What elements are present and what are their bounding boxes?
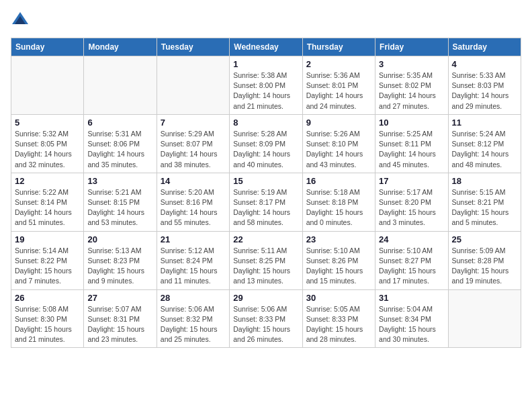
header-saturday: Saturday xyxy=(448,38,521,56)
day-number: 23 xyxy=(306,234,371,244)
day-info: Sunrise: 5:17 AM Sunset: 8:20 PM Dayligh… xyxy=(379,187,444,228)
day-number: 16 xyxy=(306,176,371,186)
day-info: Sunrise: 5:18 AM Sunset: 8:18 PM Dayligh… xyxy=(306,187,371,228)
day-number: 4 xyxy=(452,59,517,69)
calendar-cell: 11Sunrise: 5:24 AM Sunset: 8:12 PM Dayli… xyxy=(448,114,521,173)
day-number: 7 xyxy=(161,118,226,128)
calendar-cell: 3Sunrise: 5:35 AM Sunset: 8:02 PM Daylig… xyxy=(375,56,448,115)
calendar-cell: 14Sunrise: 5:20 AM Sunset: 8:16 PM Dayli… xyxy=(157,173,229,231)
day-number: 14 xyxy=(161,176,226,186)
calendar-cell: 29Sunrise: 5:06 AM Sunset: 8:33 PM Dayli… xyxy=(230,289,302,348)
day-info: Sunrise: 5:36 AM Sunset: 8:01 PM Dayligh… xyxy=(306,71,371,111)
calendar-cell: 15Sunrise: 5:19 AM Sunset: 8:17 PM Dayli… xyxy=(230,173,302,231)
day-info: Sunrise: 5:13 AM Sunset: 8:23 PM Dayligh… xyxy=(87,246,152,287)
day-info: Sunrise: 5:14 AM Sunset: 8:22 PM Dayligh… xyxy=(15,246,80,287)
calendar-cell: 18Sunrise: 5:15 AM Sunset: 8:21 PM Dayli… xyxy=(448,173,521,231)
calendar-week-3: 12Sunrise: 5:22 AM Sunset: 8:14 PM Dayli… xyxy=(11,173,521,231)
header-sunday: Sunday xyxy=(11,38,84,56)
calendar-cell xyxy=(84,56,157,115)
day-info: Sunrise: 5:29 AM Sunset: 8:07 PM Dayligh… xyxy=(161,129,226,170)
calendar-cell xyxy=(11,56,84,115)
day-info: Sunrise: 5:25 AM Sunset: 8:11 PM Dayligh… xyxy=(379,129,444,170)
calendar-cell: 13Sunrise: 5:21 AM Sunset: 8:15 PM Dayli… xyxy=(84,173,157,231)
header-monday: Monday xyxy=(84,38,157,56)
day-number: 24 xyxy=(379,234,444,244)
day-number: 31 xyxy=(379,293,444,303)
calendar-cell: 1Sunrise: 5:38 AM Sunset: 8:00 PM Daylig… xyxy=(230,56,302,115)
day-number: 19 xyxy=(15,234,80,244)
day-number: 25 xyxy=(452,234,517,244)
calendar-cell: 9Sunrise: 5:26 AM Sunset: 8:10 PM Daylig… xyxy=(302,114,375,173)
day-number: 27 xyxy=(87,293,152,303)
day-number: 3 xyxy=(379,59,444,69)
day-info: Sunrise: 5:10 AM Sunset: 8:26 PM Dayligh… xyxy=(306,246,371,287)
calendar-cell xyxy=(157,56,229,115)
calendar-cell: 5Sunrise: 5:32 AM Sunset: 8:05 PM Daylig… xyxy=(11,114,84,173)
header-thursday: Thursday xyxy=(302,38,375,56)
day-number: 20 xyxy=(87,234,152,244)
day-number: 26 xyxy=(15,293,80,303)
day-info: Sunrise: 5:26 AM Sunset: 8:10 PM Dayligh… xyxy=(306,129,371,170)
calendar-week-1: 1Sunrise: 5:38 AM Sunset: 8:00 PM Daylig… xyxy=(11,56,521,115)
header-tuesday: Tuesday xyxy=(157,38,229,56)
page-header xyxy=(11,11,521,30)
day-number: 13 xyxy=(87,176,152,186)
day-number: 1 xyxy=(233,59,298,69)
day-info: Sunrise: 5:08 AM Sunset: 8:30 PM Dayligh… xyxy=(15,304,80,345)
day-info: Sunrise: 5:24 AM Sunset: 8:12 PM Dayligh… xyxy=(452,129,517,170)
calendar-cell: 30Sunrise: 5:05 AM Sunset: 8:33 PM Dayli… xyxy=(302,289,375,348)
day-info: Sunrise: 5:22 AM Sunset: 8:14 PM Dayligh… xyxy=(15,187,80,228)
day-number: 10 xyxy=(379,118,444,128)
calendar-cell: 16Sunrise: 5:18 AM Sunset: 8:18 PM Dayli… xyxy=(302,173,375,231)
day-number: 15 xyxy=(233,176,298,186)
calendar-cell: 2Sunrise: 5:36 AM Sunset: 8:01 PM Daylig… xyxy=(302,56,375,115)
calendar-cell: 22Sunrise: 5:11 AM Sunset: 8:25 PM Dayli… xyxy=(230,231,302,289)
calendar-cell: 27Sunrise: 5:07 AM Sunset: 8:31 PM Dayli… xyxy=(84,289,157,348)
calendar-cell: 6Sunrise: 5:31 AM Sunset: 8:06 PM Daylig… xyxy=(84,114,157,173)
calendar-cell: 10Sunrise: 5:25 AM Sunset: 8:11 PM Dayli… xyxy=(375,114,448,173)
calendar-cell: 28Sunrise: 5:06 AM Sunset: 8:32 PM Dayli… xyxy=(157,289,229,348)
calendar-week-2: 5Sunrise: 5:32 AM Sunset: 8:05 PM Daylig… xyxy=(11,114,521,173)
calendar-cell: 21Sunrise: 5:12 AM Sunset: 8:24 PM Dayli… xyxy=(157,231,229,289)
day-info: Sunrise: 5:21 AM Sunset: 8:15 PM Dayligh… xyxy=(87,187,152,228)
day-number: 18 xyxy=(452,176,517,186)
day-info: Sunrise: 5:35 AM Sunset: 8:02 PM Dayligh… xyxy=(379,71,444,111)
day-number: 5 xyxy=(15,118,80,128)
calendar-week-4: 19Sunrise: 5:14 AM Sunset: 8:22 PM Dayli… xyxy=(11,231,521,289)
day-info: Sunrise: 5:07 AM Sunset: 8:31 PM Dayligh… xyxy=(87,304,152,345)
day-info: Sunrise: 5:05 AM Sunset: 8:33 PM Dayligh… xyxy=(306,304,371,345)
day-info: Sunrise: 5:04 AM Sunset: 8:34 PM Dayligh… xyxy=(379,304,444,345)
day-info: Sunrise: 5:12 AM Sunset: 8:24 PM Dayligh… xyxy=(161,246,226,287)
calendar-cell: 24Sunrise: 5:10 AM Sunset: 8:27 PM Dayli… xyxy=(375,231,448,289)
calendar-cell: 19Sunrise: 5:14 AM Sunset: 8:22 PM Dayli… xyxy=(11,231,84,289)
calendar-cell: 8Sunrise: 5:28 AM Sunset: 8:09 PM Daylig… xyxy=(230,114,302,173)
calendar-cell: 25Sunrise: 5:09 AM Sunset: 8:28 PM Dayli… xyxy=(448,231,521,289)
day-info: Sunrise: 5:11 AM Sunset: 8:25 PM Dayligh… xyxy=(233,246,298,287)
day-number: 21 xyxy=(161,234,226,244)
day-info: Sunrise: 5:33 AM Sunset: 8:03 PM Dayligh… xyxy=(452,71,517,111)
day-info: Sunrise: 5:38 AM Sunset: 8:00 PM Dayligh… xyxy=(233,71,298,111)
logo xyxy=(11,11,32,30)
day-info: Sunrise: 5:09 AM Sunset: 8:28 PM Dayligh… xyxy=(452,246,517,287)
header-wednesday: Wednesday xyxy=(230,38,302,56)
calendar-cell: 12Sunrise: 5:22 AM Sunset: 8:14 PM Dayli… xyxy=(11,173,84,231)
calendar-cell: 20Sunrise: 5:13 AM Sunset: 8:23 PM Dayli… xyxy=(84,231,157,289)
day-info: Sunrise: 5:28 AM Sunset: 8:09 PM Dayligh… xyxy=(233,129,298,170)
day-number: 12 xyxy=(15,176,80,186)
day-number: 29 xyxy=(233,293,298,303)
calendar-cell: 17Sunrise: 5:17 AM Sunset: 8:20 PM Dayli… xyxy=(375,173,448,231)
day-number: 22 xyxy=(233,234,298,244)
day-number: 28 xyxy=(161,293,226,303)
calendar-cell: 4Sunrise: 5:33 AM Sunset: 8:03 PM Daylig… xyxy=(448,56,521,115)
day-info: Sunrise: 5:10 AM Sunset: 8:27 PM Dayligh… xyxy=(379,246,444,287)
day-info: Sunrise: 5:06 AM Sunset: 8:32 PM Dayligh… xyxy=(161,304,226,345)
day-info: Sunrise: 5:15 AM Sunset: 8:21 PM Dayligh… xyxy=(452,187,517,228)
day-number: 30 xyxy=(306,293,371,303)
calendar-cell: 23Sunrise: 5:10 AM Sunset: 8:26 PM Dayli… xyxy=(302,231,375,289)
day-number: 9 xyxy=(306,118,371,128)
calendar-cell: 31Sunrise: 5:04 AM Sunset: 8:34 PM Dayli… xyxy=(375,289,448,348)
day-info: Sunrise: 5:06 AM Sunset: 8:33 PM Dayligh… xyxy=(233,304,298,345)
day-info: Sunrise: 5:20 AM Sunset: 8:16 PM Dayligh… xyxy=(161,187,226,228)
calendar-cell: 7Sunrise: 5:29 AM Sunset: 8:07 PM Daylig… xyxy=(157,114,229,173)
day-info: Sunrise: 5:32 AM Sunset: 8:05 PM Dayligh… xyxy=(15,129,80,170)
